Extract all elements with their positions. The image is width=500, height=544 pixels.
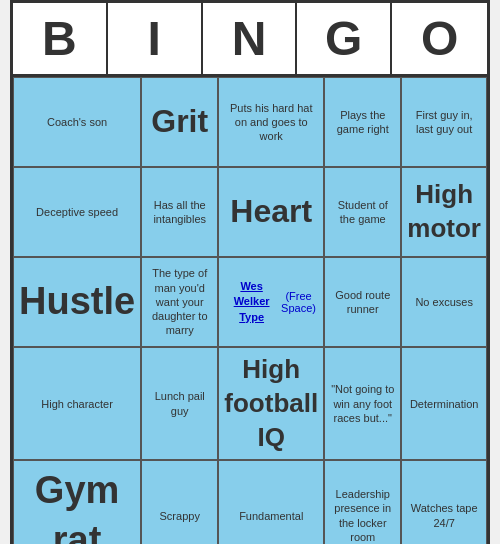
bingo-cell: First guy in, last guy out [401, 77, 487, 167]
header-letter: G [297, 3, 392, 74]
free-space-label: (Free Space) [279, 290, 318, 314]
free-space-name: Wes Welker Type [224, 279, 279, 325]
bingo-cell: Heart [218, 167, 324, 257]
header-letter: N [203, 3, 298, 74]
cell-content: Deceptive speed [36, 205, 118, 219]
cell-content: "Not going to win any foot races but..." [330, 382, 395, 425]
cell-content: Determination [410, 397, 478, 411]
bingo-cell: Coach's son [13, 77, 141, 167]
bingo-cell: Leadership presence in the locker room [324, 460, 401, 544]
cell-content: Watches tape 24/7 [407, 501, 481, 530]
bingo-cell: Lunch pail guy [141, 347, 218, 460]
bingo-cell: "Not going to win any foot races but..." [324, 347, 401, 460]
cell-content: First guy in, last guy out [407, 108, 481, 137]
bingo-cell: Puts his hard hat on and goes to work [218, 77, 324, 167]
bingo-card: BINGO Coach's sonGritPuts his hard hat o… [10, 0, 490, 544]
bingo-cell: Deceptive speed [13, 167, 141, 257]
header-letter: B [13, 3, 108, 74]
cell-content: No excuses [415, 295, 472, 309]
bingo-cell: High character [13, 347, 141, 460]
bingo-cell: Wes Welker Type(Free Space) [218, 257, 324, 347]
bingo-cell: Watches tape 24/7 [401, 460, 487, 544]
bingo-cell: Gym rat [13, 460, 141, 544]
bingo-header: BINGO [13, 3, 487, 77]
cell-content: The type of man you'd want your daughter… [147, 266, 212, 337]
cell-content: Gym rat [19, 466, 135, 544]
cell-content: Has all the intangibles [147, 198, 212, 227]
cell-content: Fundamental [239, 509, 303, 523]
bingo-cell: Scrappy [141, 460, 218, 544]
bingo-cell: Hustle [13, 257, 141, 347]
cell-content: High motor [407, 178, 481, 246]
cell-content: Hustle [19, 277, 135, 326]
header-letter: O [392, 3, 487, 74]
cell-content: High character [41, 397, 113, 411]
bingo-cell: Has all the intangibles [141, 167, 218, 257]
bingo-cell: Good route runner [324, 257, 401, 347]
bingo-cell: No excuses [401, 257, 487, 347]
cell-content: High football IQ [224, 353, 318, 454]
bingo-cell: Student of the game [324, 167, 401, 257]
cell-content: Puts his hard hat on and goes to work [224, 101, 318, 144]
bingo-cell: The type of man you'd want your daughter… [141, 257, 218, 347]
bingo-grid: Coach's sonGritPuts his hard hat on and … [13, 77, 487, 544]
bingo-cell: High football IQ [218, 347, 324, 460]
bingo-cell: Grit [141, 77, 218, 167]
cell-content: Plays the game right [330, 108, 395, 137]
bingo-cell: High motor [401, 167, 487, 257]
cell-content: Scrappy [160, 509, 200, 523]
cell-content: Leadership presence in the locker room [330, 487, 395, 544]
cell-content: Coach's son [47, 115, 107, 129]
cell-content: Grit [151, 101, 208, 143]
cell-content: Student of the game [330, 198, 395, 227]
cell-content: Heart [230, 191, 312, 233]
cell-content: Good route runner [330, 288, 395, 317]
cell-content: Lunch pail guy [147, 389, 212, 418]
bingo-cell: Fundamental [218, 460, 324, 544]
header-letter: I [108, 3, 203, 74]
bingo-cell: Determination [401, 347, 487, 460]
bingo-cell: Plays the game right [324, 77, 401, 167]
